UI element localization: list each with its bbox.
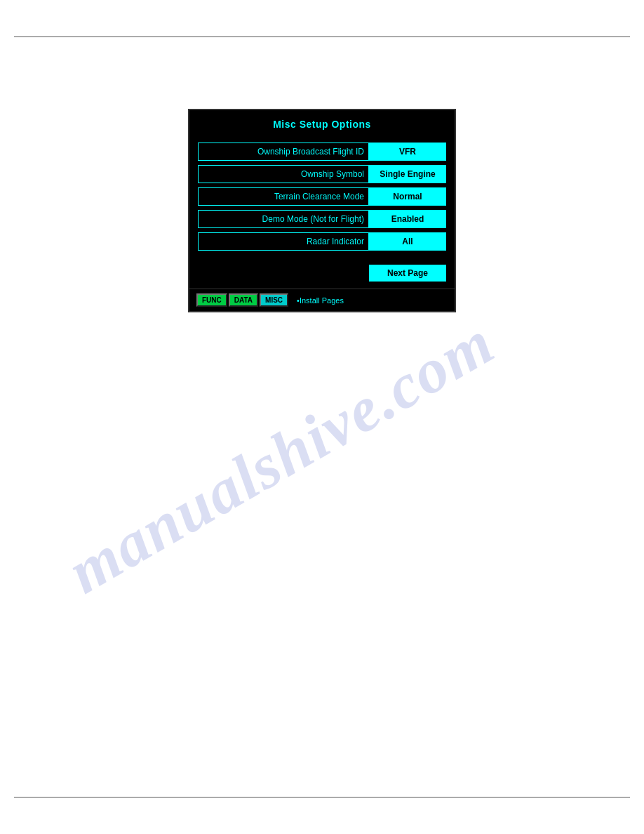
nav-misc-button[interactable]: MISC bbox=[260, 293, 288, 307]
top-rule bbox=[14, 37, 630, 37]
settings-area: Ownship Broadcast Flight ID VFR Ownship … bbox=[189, 137, 455, 262]
next-page-button[interactable]: Next Page bbox=[369, 265, 446, 282]
label-ownship-broadcast: Ownship Broadcast Flight ID bbox=[198, 143, 369, 161]
setting-row-0: Ownship Broadcast Flight ID VFR bbox=[198, 143, 446, 161]
label-ownship-symbol: Ownship Symbol bbox=[198, 165, 369, 183]
setting-row-3: Demo Mode (Not for Flight) Enabled bbox=[198, 210, 446, 228]
nav-bar: FUNC DATA MISC •Install Pages bbox=[189, 289, 455, 311]
device-panel: Misc Setup Options Ownship Broadcast Fli… bbox=[188, 109, 456, 312]
bottom-rule bbox=[14, 797, 630, 797]
watermark-text: manualshive.com bbox=[55, 305, 507, 607]
setting-row-2: Terrain Clearance Mode Normal bbox=[198, 187, 446, 206]
setting-row-1: Ownship Symbol Single Engine bbox=[198, 165, 446, 183]
setting-row-4: Radar Indicator All bbox=[198, 232, 446, 251]
panel-title: Misc Setup Options bbox=[189, 110, 455, 137]
next-page-area: Next Page bbox=[189, 262, 455, 289]
value-radar-indicator[interactable]: All bbox=[369, 232, 446, 251]
nav-func-button[interactable]: FUNC bbox=[196, 293, 227, 307]
value-ownship-symbol[interactable]: Single Engine bbox=[369, 165, 446, 183]
nav-data-button[interactable]: DATA bbox=[229, 293, 258, 307]
label-radar-indicator: Radar Indicator bbox=[198, 232, 369, 251]
label-terrain-clearance: Terrain Clearance Mode bbox=[198, 187, 369, 206]
value-terrain-clearance[interactable]: Normal bbox=[369, 187, 446, 206]
value-ownship-broadcast[interactable]: VFR bbox=[369, 143, 446, 161]
label-demo-mode: Demo Mode (Not for Flight) bbox=[198, 210, 369, 228]
nav-install-label: •Install Pages bbox=[297, 296, 344, 305]
value-demo-mode[interactable]: Enabled bbox=[369, 210, 446, 228]
